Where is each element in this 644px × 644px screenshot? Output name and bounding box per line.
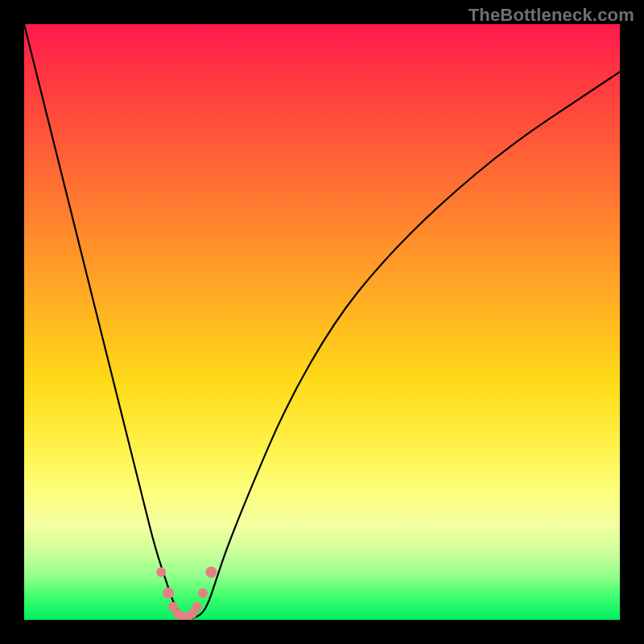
bottleneck-curve [24, 24, 620, 618]
marker-dot [163, 588, 174, 599]
marker-dot [205, 567, 217, 578]
chart-plot-area [24, 24, 620, 620]
watermark-text: TheBottleneck.com [469, 5, 634, 26]
marker-dot [192, 602, 202, 612]
marker-cluster [156, 567, 217, 620]
marker-dot [198, 588, 208, 598]
marker-dot [156, 568, 166, 577]
chart-svg [24, 24, 620, 620]
